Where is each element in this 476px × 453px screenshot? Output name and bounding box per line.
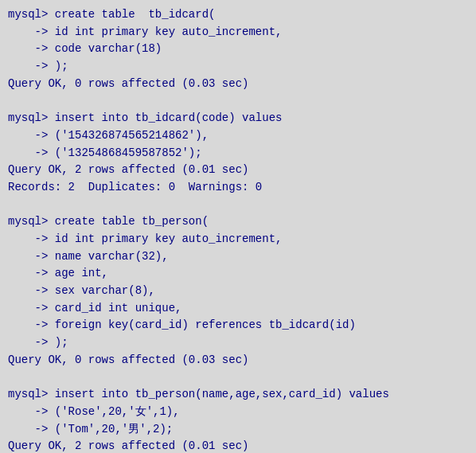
- terminal-line: mysql> insert into tb_idcard(code) value…: [8, 110, 468, 127]
- terminal-output: mysql> create table tb_idcard( -> id int…: [8, 6, 468, 453]
- terminal-line: mysql> insert into tb_person(name,age,se…: [8, 386, 468, 404]
- terminal-line: -> foreign key(card_id) references tb_id…: [8, 317, 468, 334]
- terminal-line: -> card_id int unique,: [8, 300, 468, 318]
- terminal-line: -> );: [8, 334, 468, 352]
- terminal-line: mysql> create table tb_person(: [8, 213, 468, 231]
- terminal-line: -> id int primary key auto_increment,: [8, 24, 468, 41]
- terminal-line: mysql> create table tb_idcard(: [8, 6, 468, 24]
- terminal-line: -> ('Rose',20,'女',1),: [8, 404, 468, 421]
- terminal-line: -> sex varchar(8),: [8, 283, 468, 300]
- terminal-line: [8, 197, 468, 214]
- terminal-line: -> ('Tom',20,'男',2);: [8, 421, 468, 439]
- terminal-line: Records: 2 Duplicates: 0 Warnings: 0: [8, 179, 468, 197]
- terminal-line: [8, 369, 468, 386]
- terminal-line: -> ('154326874565214862'),: [8, 127, 468, 145]
- terminal-line: -> age int,: [8, 265, 468, 283]
- terminal-line: -> );: [8, 58, 468, 76]
- terminal-line: Query OK, 0 rows affected (0.03 sec): [8, 76, 468, 93]
- terminal-line: -> code varchar(18): [8, 41, 468, 58]
- terminal-line: Query OK, 2 rows affected (0.01 sec): [8, 162, 468, 179]
- terminal-line: -> name varchar(32),: [8, 248, 468, 266]
- terminal-line: Query OK, 0 rows affected (0.03 sec): [8, 352, 468, 369]
- terminal-line: Query OK, 2 rows affected (0.01 sec): [8, 438, 468, 453]
- terminal-line: [8, 92, 468, 110]
- terminal-line: -> id int primary key auto_increment,: [8, 231, 468, 248]
- terminal-line: -> ('13254868459587852');: [8, 145, 468, 162]
